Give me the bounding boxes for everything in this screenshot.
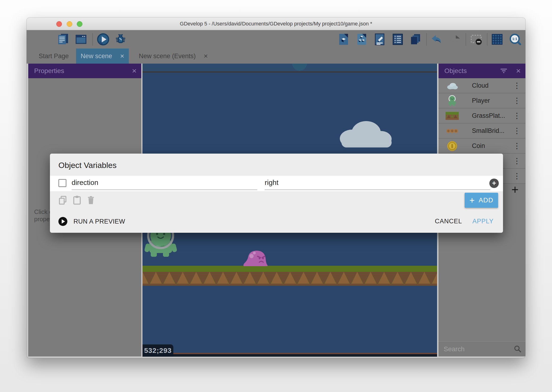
object-row-player[interactable]: Player ⋮ <box>439 93 525 108</box>
object-menu-icon[interactable]: ⋮ <box>513 123 521 138</box>
tab-new-scene-events[interactable]: New scene (Events) × <box>133 49 213 64</box>
copy-icon[interactable] <box>58 195 68 205</box>
objects-search-input[interactable] <box>443 343 510 355</box>
player-thumbnail-icon <box>443 94 461 107</box>
add-object-button[interactable]: + <box>509 184 521 196</box>
object-label: SmallBrid... <box>472 123 504 138</box>
open-scene-window-icon[interactable] <box>74 33 88 46</box>
object-row-smallbridge[interactable]: SmallBrid... ⋮ <box>439 123 525 139</box>
variable-value-input[interactable] <box>265 176 490 190</box>
variable-checkbox[interactable] <box>58 179 66 187</box>
small-bridge-thumbnail-icon <box>443 124 461 138</box>
filter-icon[interactable] <box>500 67 508 74</box>
open-layers-icon[interactable] <box>409 33 422 46</box>
delete-instances-icon[interactable] <box>469 33 483 46</box>
open-instances-list-icon[interactable] <box>391 33 405 46</box>
run-preview-label: RUN A PREVIEW <box>74 218 125 225</box>
close-tab-icon[interactable]: × <box>204 53 208 60</box>
toolbar-divider <box>426 33 427 46</box>
window-title: GDevelop 5 - /Users/david/Documents/GDev… <box>27 18 525 30</box>
tab-label: Start Page <box>39 53 69 60</box>
variable-row: + <box>50 176 503 191</box>
properties-panel-header: Properties × <box>28 64 141 78</box>
object-label: Coin <box>472 139 485 153</box>
redo-icon[interactable] <box>448 33 462 46</box>
coin-thumbnail-icon <box>443 140 461 153</box>
grass-platform-instance[interactable] <box>143 266 437 286</box>
grass-platform-thumbnail-icon <box>443 109 461 123</box>
apply-button[interactable]: APPLY <box>472 218 494 225</box>
scene-sky-outside <box>143 64 437 71</box>
zoom-original-icon[interactable]: 1:1 <box>508 33 522 46</box>
dialog-title: Object Variables <box>58 161 117 170</box>
object-label: Player <box>472 93 490 108</box>
edit-properties-icon[interactable] <box>373 33 386 46</box>
debug-icon[interactable] <box>114 33 127 46</box>
tab-label: New scene (Events) <box>139 53 196 60</box>
zoom-ratio-label: 1:1 <box>512 37 518 41</box>
close-panel-icon[interactable]: × <box>516 64 521 78</box>
objects-search-bar <box>439 341 525 357</box>
variable-name-input[interactable] <box>72 176 257 190</box>
object-menu-icon[interactable]: ⋮ <box>513 154 521 168</box>
run-preview-icon[interactable] <box>96 33 110 46</box>
close-panel-icon[interactable]: × <box>132 64 137 78</box>
tab-bar: Start Page New scene × New scene (Events… <box>27 49 525 64</box>
add-child-variable-button[interactable]: + <box>489 179 499 188</box>
object-menu-icon[interactable]: ⋮ <box>513 139 521 153</box>
cloud-thumbnail-icon <box>443 79 461 92</box>
edit-object-groups-icon[interactable] <box>355 33 369 46</box>
object-label: Cloud <box>472 78 489 93</box>
object-variables-dialog: Object Variables + + ADD RUN A PREVIEW C… <box>50 154 503 233</box>
scene-bottom-border <box>143 354 437 357</box>
tab-label: New scene <box>81 53 112 60</box>
object-menu-icon[interactable]: ⋮ <box>513 108 521 123</box>
plus-icon: + <box>469 196 475 205</box>
toolbar-divider <box>92 33 93 46</box>
toolbar-divider <box>466 33 466 46</box>
cloud-instance[interactable] <box>331 115 394 149</box>
object-label: GrassPlat... <box>472 108 505 123</box>
add-variable-button[interactable]: + ADD <box>465 193 498 208</box>
project-manager-icon[interactable] <box>56 33 70 46</box>
toolbar-divider <box>487 33 488 46</box>
delete-icon[interactable] <box>86 195 96 205</box>
tab-start-page[interactable]: Start Page <box>31 49 76 64</box>
titlebar: GDevelop 5 - /Users/david/Documents/GDev… <box>27 18 525 30</box>
object-row-grassplatform[interactable]: GrassPlat... ⋮ <box>439 108 525 123</box>
play-icon <box>58 217 67 226</box>
toggle-grid-icon[interactable] <box>490 33 504 46</box>
cursor-coordinates-badge: 532;293 <box>143 344 173 357</box>
objects-panel-header: Objects × <box>439 64 525 78</box>
object-menu-icon[interactable]: ⋮ <box>513 169 521 183</box>
toolbar: 1:1 <box>27 30 525 49</box>
object-menu-icon[interactable]: ⋮ <box>513 78 521 93</box>
slime-enemy-instance[interactable] <box>242 250 270 267</box>
add-variable-label: ADD <box>479 196 493 204</box>
cancel-button[interactable]: CANCEL <box>435 218 462 225</box>
run-preview-button[interactable]: RUN A PREVIEW <box>58 215 125 228</box>
object-row-cloud[interactable]: Cloud ⋮ <box>439 78 525 93</box>
properties-panel-title: Properties <box>34 64 64 78</box>
object-menu-icon[interactable]: ⋮ <box>513 93 521 108</box>
edit-objects-icon[interactable] <box>337 33 350 46</box>
undo-icon[interactable] <box>430 33 443 46</box>
search-icon <box>514 345 522 353</box>
tab-new-scene[interactable]: New scene × <box>76 49 129 64</box>
paste-icon[interactable] <box>72 195 82 205</box>
close-tab-icon[interactable]: × <box>120 53 124 60</box>
game-window-border <box>143 71 437 73</box>
objects-panel-title: Objects <box>444 64 467 78</box>
object-row-coin[interactable]: Coin ⋮ <box>439 139 525 154</box>
